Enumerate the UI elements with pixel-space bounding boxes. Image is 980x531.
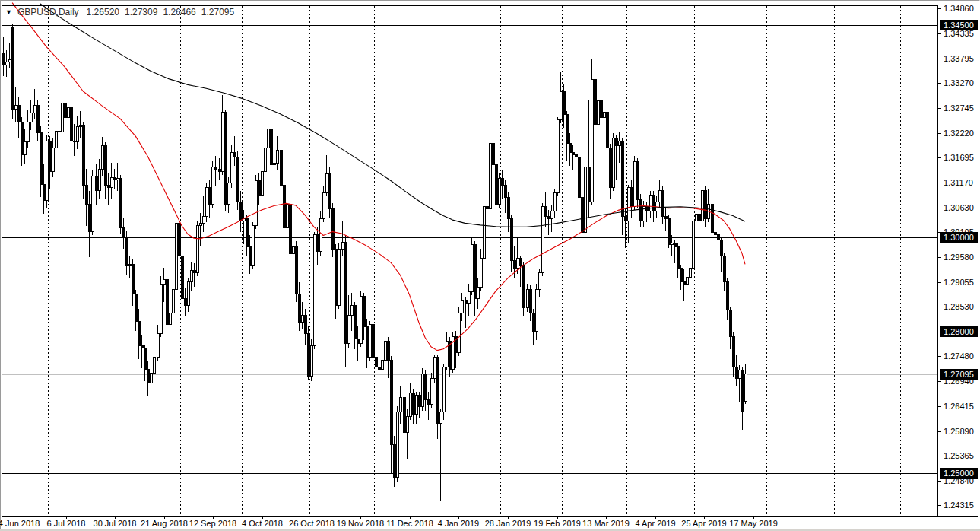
candle xyxy=(243,210,245,244)
candle-body xyxy=(304,315,306,334)
candle xyxy=(30,100,32,130)
candle-body xyxy=(178,223,180,256)
candle xyxy=(163,268,165,302)
candle xyxy=(147,361,149,396)
candle-body xyxy=(2,53,5,65)
chart-canvas[interactable]: 1.348601.343351.337951.332701.327451.322… xyxy=(0,0,980,531)
candle-body xyxy=(144,348,146,370)
candle xyxy=(249,235,251,274)
price-tick-label: 1.25365 xyxy=(944,451,974,460)
candle-body xyxy=(711,205,713,233)
candle xyxy=(446,332,448,370)
price-level-tag: 1.30000 xyxy=(940,232,978,243)
candle-body xyxy=(686,278,688,285)
candle xyxy=(125,231,128,275)
candle xyxy=(433,355,436,383)
candle-body xyxy=(501,179,503,186)
candle-body xyxy=(427,400,430,405)
price-tick-label: 1.32745 xyxy=(944,103,974,113)
candle xyxy=(40,126,42,197)
candle xyxy=(252,222,254,269)
candle-body xyxy=(295,246,297,294)
candle-body xyxy=(322,192,325,218)
candle-body xyxy=(621,141,623,216)
candle xyxy=(461,293,463,321)
candle xyxy=(714,215,716,243)
candle xyxy=(442,364,445,420)
price-tick-label: 1.29055 xyxy=(944,278,974,287)
candle xyxy=(276,136,278,170)
candle-body xyxy=(58,132,60,132)
candle xyxy=(575,150,577,180)
candle xyxy=(236,151,239,210)
candle-body xyxy=(187,282,189,306)
candle xyxy=(627,185,630,243)
price-axis[interactable]: 1.348601.343351.337951.332701.327451.322… xyxy=(938,4,978,510)
candle-body xyxy=(461,301,463,313)
candle xyxy=(369,321,371,361)
candle-body xyxy=(138,321,140,345)
candle xyxy=(224,110,227,211)
price-tick-label: 1.25890 xyxy=(944,427,974,436)
candle xyxy=(741,367,744,431)
candle xyxy=(621,138,623,235)
candle-body xyxy=(393,444,395,477)
candle-body xyxy=(522,266,525,308)
candle-body xyxy=(113,178,116,180)
candle-body xyxy=(674,243,676,246)
candle-body xyxy=(510,218,512,261)
candle-body xyxy=(584,167,586,233)
candle-body xyxy=(221,113,224,171)
price-level-tag: 1.25000 xyxy=(940,468,978,479)
candle-body xyxy=(328,173,331,208)
candle-body xyxy=(726,282,728,310)
candle xyxy=(732,332,734,377)
candle xyxy=(671,235,673,256)
candle-body xyxy=(723,256,725,282)
candle xyxy=(550,205,553,232)
candle xyxy=(707,189,709,222)
candle-body xyxy=(594,80,596,125)
candle-body xyxy=(17,106,20,122)
candle xyxy=(261,166,263,199)
candle-body xyxy=(600,100,602,117)
price-tick-label: 1.34860 xyxy=(944,4,974,13)
candle-body xyxy=(267,129,269,148)
chart-title: ▼ GBPUSD,Daily 1.26520 1.27309 1.26466 1… xyxy=(5,6,239,18)
candle-body xyxy=(701,190,703,221)
candle-body xyxy=(741,370,744,412)
candle-body xyxy=(52,148,54,171)
candle-body xyxy=(677,246,679,268)
time-axis[interactable]: 14 Jun 20186 Jul 201830 Jul 201821 Aug 2… xyxy=(0,517,778,528)
candle-body xyxy=(547,216,550,218)
candle-body xyxy=(698,214,700,221)
candle xyxy=(67,98,69,126)
time-tick-label: 11 Dec 2018 xyxy=(386,519,433,528)
candle xyxy=(375,349,377,377)
candle xyxy=(560,72,562,123)
candle xyxy=(639,194,642,227)
candle-body xyxy=(246,218,248,246)
candle-body xyxy=(372,325,374,358)
candle-body xyxy=(569,143,571,152)
candle-body xyxy=(390,360,392,444)
candle-body xyxy=(652,195,655,211)
symbol-dropdown-icon[interactable]: ▼ xyxy=(5,8,12,16)
candle xyxy=(61,100,63,138)
time-tick-label: 26 Oct 2018 xyxy=(289,519,335,528)
candle-body xyxy=(588,167,590,202)
candle xyxy=(449,337,451,376)
candle-body xyxy=(732,336,734,367)
candle xyxy=(390,356,392,473)
candle xyxy=(286,197,288,235)
candle-body xyxy=(630,188,633,207)
candle xyxy=(55,122,57,157)
candle xyxy=(439,409,442,501)
candle-body xyxy=(196,226,198,273)
candle-body xyxy=(591,80,593,202)
candle xyxy=(468,284,470,316)
candle-body xyxy=(468,291,470,303)
candle xyxy=(495,161,497,211)
candle xyxy=(572,145,574,170)
candle xyxy=(378,359,380,392)
